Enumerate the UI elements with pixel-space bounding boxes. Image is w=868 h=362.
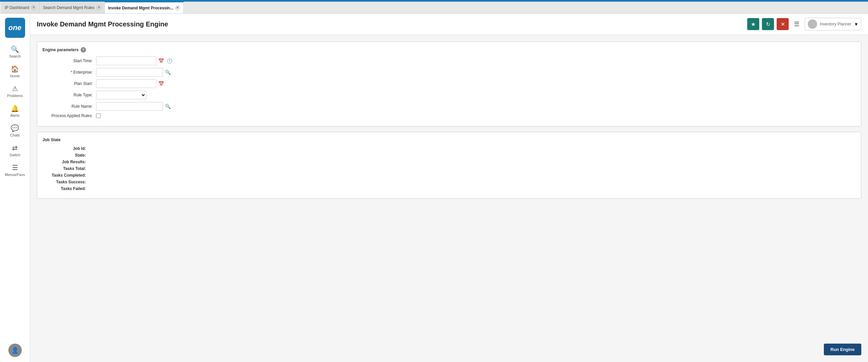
tasks-total-label: Tasks Total: [42, 166, 89, 171]
process-applied-rules-row: Process Applied Rules: [42, 113, 856, 118]
section-legend-engine: Engine parameters ? [42, 47, 856, 53]
sidebar-item-label: Alerts [10, 113, 20, 117]
user-avatar[interactable]: 👤 [8, 343, 22, 357]
refresh-button[interactable]: ↻ [762, 18, 774, 30]
search-icon-enterprise[interactable]: 🔍 [164, 69, 171, 76]
section-title-job: Job State [42, 138, 61, 142]
tab-invoke-demand[interactable]: Invoke Demand Mgmt Processin... ✕ [105, 2, 184, 13]
avatar-icon: 👤 [11, 346, 19, 354]
search-icon: 🔍 [11, 45, 19, 53]
user-avatar-small [808, 20, 817, 29]
user-dropdown[interactable]: Inventory Planner ▼ [805, 18, 861, 30]
section-title-engine: Engine parameters [42, 48, 79, 52]
tasks-total-row: Tasks Total: [42, 166, 856, 171]
tab-label: IP Dashboard [5, 5, 29, 10]
warning-icon: ⚠ [12, 85, 18, 93]
close-button[interactable]: ✕ [777, 18, 789, 30]
sidebar-item-label: Home [10, 74, 20, 78]
sidebar-item-label: Search [9, 54, 21, 58]
rule-name-row: Rule Name: 🔍 [42, 102, 856, 111]
tasks-failed-row: Tasks Failed: [42, 186, 856, 191]
chat-icon: 💬 [11, 124, 19, 132]
tab-close-search-demand[interactable]: ✕ [96, 5, 101, 10]
job-results-label: Job Results: [42, 159, 89, 164]
sidebar-item-menus[interactable]: ☰ Menus/Favs [0, 160, 30, 180]
process-applied-rules-checkbox[interactable] [96, 113, 101, 118]
content-area: Invoke Demand Mgmt Processing Engine ★ ↻… [30, 14, 868, 362]
sidebar-item-chats[interactable]: 💬 Chats [0, 121, 30, 141]
enterprise-row: Enterprise: 🔍 [42, 68, 856, 77]
content-header: Invoke Demand Mgmt Processing Engine ★ ↻… [30, 14, 868, 35]
tab-close-ip-dashboard[interactable]: ✕ [31, 5, 36, 10]
plan-start-label: Plan Start: [42, 81, 96, 86]
tab-label: Invoke Demand Mgmt Processin... [108, 6, 173, 10]
enterprise-label: Enterprise: [42, 70, 96, 74]
process-applied-rules-label: Process Applied Rules: [42, 113, 96, 118]
close-icon: ✕ [781, 21, 785, 27]
tab-label: Search Demand Mgmt Rules [43, 5, 94, 10]
header-menu-button[interactable]: ☰ [792, 19, 802, 29]
home-icon: 🏠 [11, 65, 19, 73]
plan-start-field-group: 📅 [96, 79, 165, 88]
enterprise-field-group: 🔍 [96, 68, 171, 77]
tab-search-demand[interactable]: Search Demand Mgmt Rules ✕ [39, 2, 105, 13]
sidebar-item-search[interactable]: 🔍 Search [0, 42, 30, 62]
sidebar-item-problems[interactable]: ⚠ Problems [0, 81, 30, 101]
sidebar-item-label: Switch [9, 153, 20, 157]
run-engine-button[interactable]: Run Engine [824, 343, 861, 355]
calendar-icon-plan[interactable]: 📅 [158, 80, 165, 87]
tasks-completed-row: Tasks Completed: [42, 173, 856, 178]
user-name: Inventory Planner [820, 22, 851, 26]
bell-icon: 🔔 [11, 104, 19, 113]
tasks-success-row: Tasks Success: [42, 180, 856, 184]
sidebar-item-alerts[interactable]: 🔔 Alerts [0, 101, 30, 121]
rule-type-select[interactable]: All Standard Custom [96, 91, 146, 99]
plan-start-row: Plan Start: 📅 [42, 79, 856, 88]
search-icon-rule[interactable]: 🔍 [164, 103, 171, 110]
header-actions: ★ ↻ ✕ ☰ Inventory Planner ▼ [747, 18, 861, 30]
calendar-icon-start[interactable]: 📅 [158, 58, 165, 64]
page-title: Invoke Demand Mgmt Processing Engine [37, 21, 747, 28]
job-id-label: Job Id: [42, 146, 89, 151]
tasks-success-label: Tasks Success: [42, 180, 89, 184]
logo-text: one [8, 23, 22, 32]
favorite-button[interactable]: ★ [747, 18, 759, 30]
dropdown-arrow-icon: ▼ [854, 22, 858, 27]
start-time-field-group: 📅 🕐 [96, 57, 173, 65]
switch-icon: ⇄ [12, 144, 18, 152]
tab-close-invoke-demand[interactable]: ✕ [175, 6, 180, 10]
job-results-row: Job Results: [42, 159, 856, 164]
state-label: State: [42, 153, 89, 158]
tasks-failed-label: Tasks Failed: [42, 186, 89, 191]
enterprise-input[interactable] [96, 68, 163, 77]
help-icon[interactable]: ? [81, 47, 86, 53]
section-legend-job: Job State [42, 138, 856, 142]
job-id-row: Job Id: [42, 146, 856, 151]
start-time-label: Start Time: [42, 59, 96, 63]
start-time-row: Start Time: 📅 🕐 [42, 57, 856, 65]
sidebar-item-label: Menus/Favs [5, 173, 25, 177]
rule-name-field-group: 🔍 [96, 102, 171, 111]
sidebar-item-home[interactable]: 🏠 Home [0, 62, 30, 81]
engine-parameters-section: Engine parameters ? Start Time: 📅 🕐 Ente… [37, 41, 861, 126]
tab-bar: IP Dashboard ✕ Search Demand Mgmt Rules … [0, 2, 868, 14]
menu-icon: ☰ [12, 163, 18, 172]
tab-ip-dashboard[interactable]: IP Dashboard ✕ [1, 2, 39, 13]
sidebar: one 🔍 Search 🏠 Home ⚠ Problems 🔔 Alerts … [0, 14, 30, 362]
refresh-icon: ↻ [766, 21, 770, 27]
rule-name-label: Rule Name: [42, 104, 96, 109]
sidebar-item-switch[interactable]: ⇄ Switch [0, 141, 30, 160]
start-time-input[interactable] [96, 57, 156, 65]
sidebar-item-label: Chats [10, 133, 20, 137]
rule-name-input[interactable] [96, 102, 163, 111]
clock-icon-start[interactable]: 🕐 [166, 58, 173, 64]
plan-start-input[interactable] [96, 79, 156, 88]
sidebar-logo[interactable]: one [5, 18, 25, 38]
star-icon: ★ [751, 21, 755, 27]
hamburger-icon: ☰ [794, 21, 799, 27]
sidebar-item-label: Problems [7, 94, 23, 98]
job-state-section: Job State Job Id: State: Job Results: Ta… [37, 132, 861, 199]
main-layout: one 🔍 Search 🏠 Home ⚠ Problems 🔔 Alerts … [0, 14, 868, 362]
rule-type-row: Rule Type: All Standard Custom [42, 91, 856, 99]
tasks-completed-label: Tasks Completed: [42, 173, 89, 178]
